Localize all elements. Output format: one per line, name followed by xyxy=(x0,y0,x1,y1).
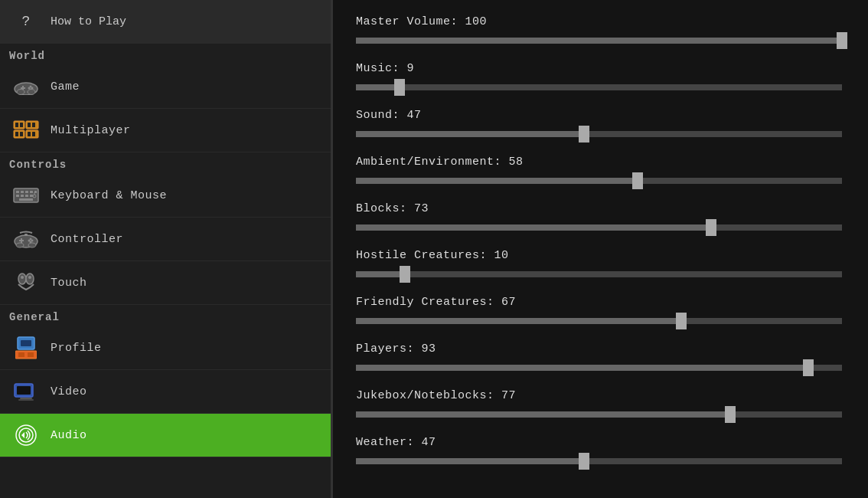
svg-rect-52 xyxy=(18,352,24,357)
svg-rect-29 xyxy=(25,195,28,197)
sidebar: ? How to Play World Game xyxy=(0,0,333,498)
question-icon: ? xyxy=(12,8,40,35)
sidebar-item-how-to-play[interactable]: ? How to Play xyxy=(0,0,331,44)
svg-rect-20 xyxy=(32,132,35,136)
sidebar-item-video[interactable]: Video xyxy=(0,370,331,414)
svg-point-6 xyxy=(28,87,31,90)
svg-rect-31 xyxy=(19,198,33,201)
slider-track-weather[interactable] xyxy=(356,454,845,469)
controller-icon xyxy=(12,73,40,100)
svg-rect-11 xyxy=(20,123,23,127)
slider-label-jukebox: Jukebox/Noteblocks: 77 xyxy=(356,389,845,402)
sidebar-label-profile: Profile xyxy=(51,342,102,355)
slider-label-friendly-creatures: Friendly Creatures: 67 xyxy=(356,296,845,309)
sidebar-label-audio: Audio xyxy=(51,429,87,442)
svg-rect-27 xyxy=(16,195,19,197)
slider-label-weather: Weather: 47 xyxy=(356,436,845,449)
slider-track-hostile-creatures[interactable] xyxy=(356,267,845,282)
svg-rect-44 xyxy=(24,234,28,236)
sidebar-item-audio[interactable]: Audio xyxy=(0,414,331,457)
slider-label-master-volume: Master Volume: 100 xyxy=(356,15,845,28)
svg-rect-19 xyxy=(28,132,31,136)
slider-label-players: Players: 93 xyxy=(356,342,845,355)
svg-rect-57 xyxy=(18,399,34,401)
section-general-label: General xyxy=(0,305,331,326)
slider-thumb-weather[interactable] xyxy=(579,453,589,470)
slider-row-sound: Sound: 47 xyxy=(356,109,845,142)
slider-row-jukebox: Jukebox/Noteblocks: 77 xyxy=(356,389,845,422)
slider-track-players[interactable] xyxy=(356,360,845,375)
slider-label-ambient: Ambient/Environment: 58 xyxy=(356,156,845,169)
sidebar-item-keyboard-mouse[interactable]: Keyboard & Mouse xyxy=(0,174,331,218)
keyboard-icon xyxy=(12,182,40,209)
svg-point-48 xyxy=(28,276,31,279)
sidebar-label-touch: Touch xyxy=(51,277,87,290)
slider-thumb-music[interactable] xyxy=(394,79,405,96)
sidebar-label-video: Video xyxy=(51,385,87,398)
slider-label-sound: Sound: 47 xyxy=(356,109,845,122)
svg-point-59 xyxy=(19,428,33,442)
svg-point-8 xyxy=(28,90,35,95)
section-world-label: World xyxy=(0,44,331,65)
slider-thumb-master-volume[interactable] xyxy=(837,32,847,49)
gamepad-icon xyxy=(12,225,40,253)
sidebar-item-controller[interactable]: Controller xyxy=(0,218,331,261)
slider-row-hostile-creatures: Hostile Creatures: 10 xyxy=(356,249,845,282)
svg-rect-10 xyxy=(15,123,18,127)
svg-point-41 xyxy=(28,240,31,242)
slider-row-blocks: Blocks: 73 xyxy=(356,202,845,235)
svg-rect-37 xyxy=(19,240,24,241)
svg-rect-22 xyxy=(16,191,19,193)
sidebar-item-game[interactable]: Game xyxy=(0,65,331,109)
svg-rect-14 xyxy=(32,123,35,127)
slider-track-music[interactable] xyxy=(356,80,845,95)
slider-thumb-sound[interactable] xyxy=(579,126,589,143)
slider-thumb-jukebox[interactable] xyxy=(725,406,736,423)
svg-rect-16 xyxy=(15,132,18,136)
svg-point-47 xyxy=(21,276,24,279)
slider-label-hostile-creatures: Hostile Creatures: 10 xyxy=(356,249,845,262)
slider-thumb-ambient[interactable] xyxy=(632,172,643,189)
slider-track-sound[interactable] xyxy=(356,126,845,142)
audio-icon xyxy=(12,421,40,449)
slider-thumb-players[interactable] xyxy=(803,359,814,376)
main-content: Master Volume: 100Music: 9Sound: 47Ambie… xyxy=(333,0,868,498)
touch-icon xyxy=(12,269,40,297)
svg-point-42 xyxy=(16,243,24,247)
svg-rect-55 xyxy=(17,386,31,395)
slider-track-jukebox[interactable] xyxy=(356,407,845,422)
svg-rect-56 xyxy=(20,398,32,399)
slider-thumb-blocks[interactable] xyxy=(706,219,716,236)
sidebar-label-how-to-play: How to Play xyxy=(51,15,126,28)
video-icon xyxy=(12,378,40,405)
svg-point-43 xyxy=(28,243,36,247)
sidebar-label-controller: Controller xyxy=(51,233,123,246)
svg-rect-2 xyxy=(21,87,25,89)
svg-rect-25 xyxy=(30,191,33,193)
slider-row-ambient: Ambient/Environment: 58 xyxy=(356,156,845,188)
profile-icon xyxy=(12,334,40,362)
svg-rect-53 xyxy=(28,352,34,357)
slider-label-blocks: Blocks: 73 xyxy=(356,202,845,215)
slider-row-friendly-creatures: Friendly Creatures: 67 xyxy=(356,296,845,329)
sidebar-item-multiplayer[interactable]: Multiplayer xyxy=(0,109,331,152)
section-controls-label: Controls xyxy=(0,152,331,174)
slider-row-players: Players: 93 xyxy=(356,342,845,375)
slider-label-music: Music: 9 xyxy=(356,62,845,75)
slider-row-music: Music: 9 xyxy=(356,62,845,95)
slider-thumb-friendly-creatures[interactable] xyxy=(676,313,687,329)
sidebar-item-profile[interactable]: Profile xyxy=(0,326,331,370)
slider-row-master-volume: Master Volume: 100 xyxy=(356,15,845,48)
slider-track-blocks[interactable] xyxy=(356,220,845,235)
slider-track-ambient[interactable] xyxy=(356,173,845,188)
svg-rect-50 xyxy=(21,340,31,346)
sidebar-label-game: Game xyxy=(51,80,80,93)
slider-thumb-hostile-creatures[interactable] xyxy=(400,266,410,283)
sidebar-label-multiplayer: Multiplayer xyxy=(51,124,131,137)
sidebar-item-touch[interactable]: Touch xyxy=(0,261,331,305)
slider-track-friendly-creatures[interactable] xyxy=(356,313,845,329)
svg-point-7 xyxy=(17,90,24,95)
svg-rect-24 xyxy=(25,191,28,193)
slider-track-master-volume[interactable] xyxy=(356,33,845,48)
svg-rect-17 xyxy=(20,132,23,136)
